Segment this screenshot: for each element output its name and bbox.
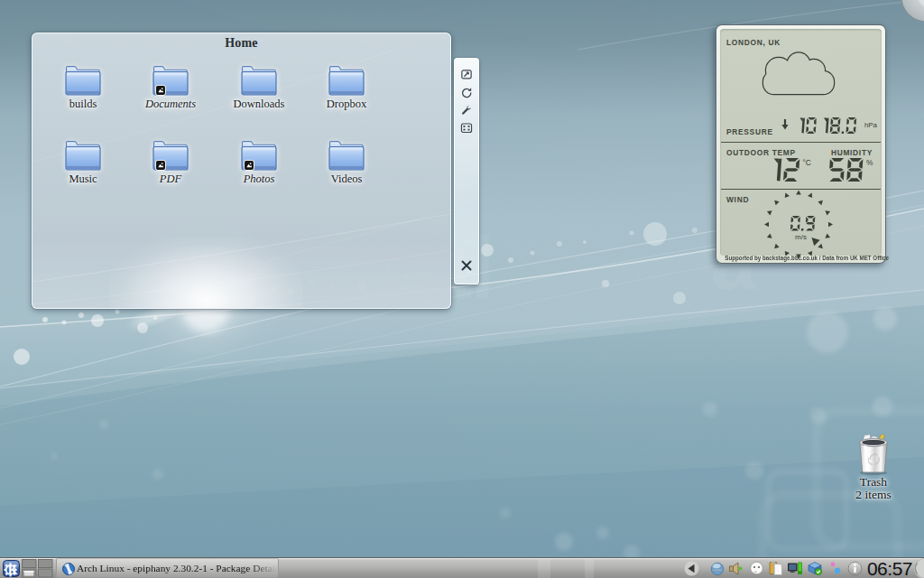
- svg-text:°C: °C: [803, 158, 811, 167]
- svg-text:K: K: [8, 564, 18, 577]
- svg-text:hPa: hPa: [864, 121, 878, 129]
- svg-text:m/s: m/s: [795, 233, 807, 241]
- svg-text:%: %: [866, 158, 873, 167]
